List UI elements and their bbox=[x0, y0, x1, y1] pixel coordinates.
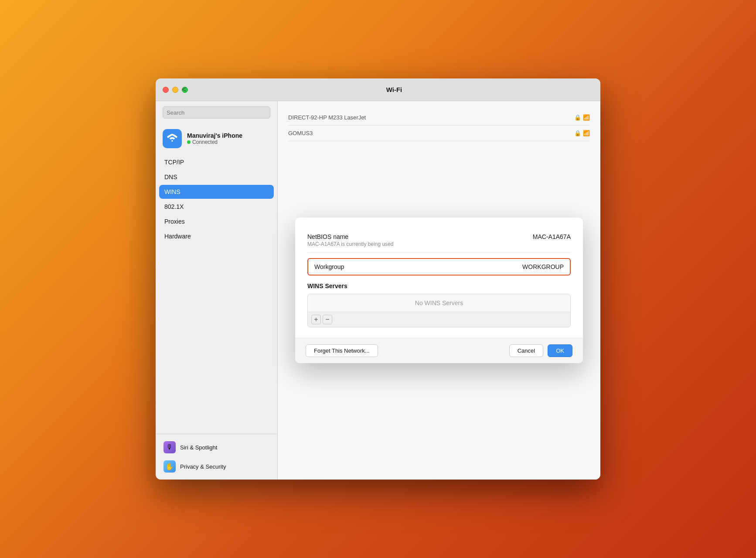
nav-item-dns[interactable]: DNS bbox=[159, 170, 274, 184]
sidebar-item-siri[interactable]: 🎙 Siri & Spotlight bbox=[159, 438, 274, 457]
modal-overlay: NetBIOS name MAC-A1A67A is currently bei… bbox=[278, 101, 600, 480]
window-title: Wi-Fi bbox=[386, 86, 402, 93]
siri-icon: 🎙 bbox=[163, 441, 176, 453]
network-profile: Manuviraj's iPhone Connected bbox=[156, 124, 277, 153]
netbios-sublabel: MAC-A1A67A is currently being used bbox=[307, 241, 393, 247]
netbios-label-group: NetBIOS name MAC-A1A67A is currently bei… bbox=[307, 233, 393, 247]
workgroup-label: Workgroup bbox=[314, 263, 344, 270]
wifi-icon bbox=[166, 133, 178, 145]
servers-controls: + − bbox=[308, 312, 570, 327]
status-dot bbox=[187, 140, 191, 144]
nav-item-wins[interactable]: WINS bbox=[159, 185, 274, 199]
close-button[interactable] bbox=[163, 87, 169, 93]
wins-servers-title: WINS Servers bbox=[307, 282, 571, 289]
nav-item-proxies[interactable]: Proxies bbox=[159, 214, 274, 228]
wins-modal: NetBIOS name MAC-A1A67A is currently bei… bbox=[295, 218, 583, 363]
right-panel: DIRECT-92-HP M233 LaserJet 🔒 📶 GOMUS3 🔒 … bbox=[278, 101, 600, 480]
add-server-button[interactable]: + bbox=[311, 315, 321, 324]
privacy-icon: ✋ bbox=[163, 460, 176, 473]
network-status: Connected bbox=[187, 139, 242, 145]
servers-empty-message: No WINS Servers bbox=[308, 294, 570, 312]
sidebar-item-privacy[interactable]: ✋ Privacy & Security bbox=[159, 457, 274, 476]
title-bar-center: Wi-Fi bbox=[195, 86, 593, 93]
siri-label: Siri & Spotlight bbox=[180, 444, 217, 451]
privacy-label: Privacy & Security bbox=[180, 463, 226, 470]
forget-network-button[interactable]: Forget This Network... bbox=[306, 344, 378, 357]
network-profile-info: Manuviraj's iPhone Connected bbox=[187, 132, 242, 145]
nav-items: TCP/IP DNS WINS 802.1X Proxies Hardware bbox=[156, 153, 277, 245]
network-icon bbox=[163, 129, 182, 148]
network-name: Manuviraj's iPhone bbox=[187, 132, 242, 139]
ok-button[interactable]: OK bbox=[548, 344, 572, 357]
nav-item-8021x[interactable]: 802.1X bbox=[159, 200, 274, 214]
nav-item-hardware[interactable]: Hardware bbox=[159, 229, 274, 243]
sidebar: Manuviraj's iPhone Connected TCP/IP DNS … bbox=[156, 101, 278, 480]
minimize-button[interactable] bbox=[172, 87, 178, 93]
sidebar-search-container bbox=[156, 101, 277, 124]
workgroup-row[interactable]: Workgroup WORKGROUP bbox=[307, 258, 571, 276]
sidebar-bottom: 🎙 Siri & Spotlight ✋ Privacy & Security bbox=[156, 434, 277, 480]
modal-body: NetBIOS name MAC-A1A67A is currently bei… bbox=[295, 218, 583, 338]
netbios-row: NetBIOS name MAC-A1A67A is currently bei… bbox=[307, 228, 571, 253]
status-label: Connected bbox=[192, 139, 218, 145]
servers-table: No WINS Servers + − bbox=[307, 294, 571, 327]
back-arrow-icon: < bbox=[182, 85, 187, 94]
back-button[interactable]: < bbox=[182, 85, 187, 94]
cancel-button[interactable]: Cancel bbox=[509, 344, 543, 357]
nav-item-tcpip[interactable]: TCP/IP bbox=[159, 155, 274, 169]
remove-server-button[interactable]: − bbox=[323, 315, 332, 324]
window-body: Manuviraj's iPhone Connected TCP/IP DNS … bbox=[156, 101, 600, 480]
workgroup-value: WORKGROUP bbox=[522, 263, 564, 270]
main-window: < Wi-Fi Manuviraj's iPhone bbox=[156, 78, 600, 480]
title-bar: < Wi-Fi bbox=[156, 78, 600, 101]
modal-footer: Forget This Network... Cancel OK bbox=[295, 338, 583, 363]
netbios-value: MAC-A1A67A bbox=[533, 233, 571, 240]
modal-footer-right: Cancel OK bbox=[509, 344, 572, 357]
search-input[interactable] bbox=[163, 106, 270, 119]
netbios-label: NetBIOS name bbox=[307, 233, 393, 240]
